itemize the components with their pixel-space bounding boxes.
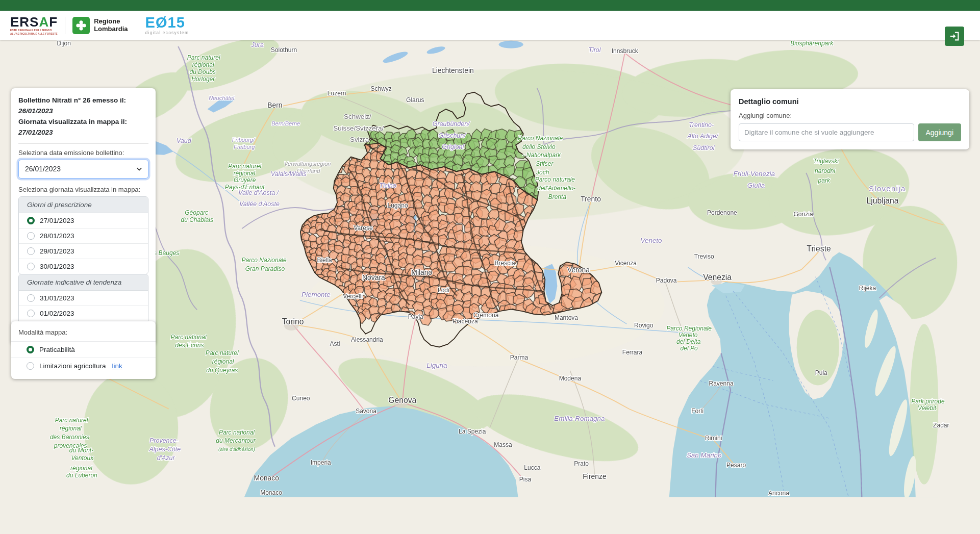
map-label: Asti bbox=[330, 340, 340, 347]
map-label: Tirol bbox=[588, 46, 601, 54]
map-label: Torino bbox=[282, 317, 304, 326]
map-label: Piemonte bbox=[301, 291, 331, 298]
map-label: Pisa bbox=[519, 476, 532, 483]
map-label: Géoparc bbox=[185, 209, 208, 216]
map-label: Park prirode bbox=[911, 398, 945, 405]
radio-icon[interactable] bbox=[27, 263, 35, 270]
comuni-title: Dettaglio comuni bbox=[739, 97, 961, 106]
map-label: Dijon bbox=[57, 40, 71, 47]
map-label: dell'Adamello- bbox=[537, 185, 575, 192]
map-label: Trento bbox=[581, 195, 601, 203]
map-label: Valais/Wallis bbox=[271, 170, 307, 177]
header: ERSAF ENTE REGIONALE PER I SERVIZI ALL'A… bbox=[0, 11, 980, 40]
map-label: du Queyras bbox=[206, 367, 238, 374]
map-label: Rovigo bbox=[634, 322, 654, 329]
map-label: Liechtenstein bbox=[432, 66, 474, 74]
date-option[interactable]: 29/01/2023 bbox=[19, 244, 148, 259]
map-label: Bern bbox=[267, 101, 282, 109]
map-label: Svizra bbox=[350, 136, 369, 143]
map-label: des Baronnies bbox=[50, 434, 89, 441]
map-label: Giulia bbox=[747, 182, 765, 189]
map-label: Horloger bbox=[191, 75, 215, 83]
map-label: Innsbruck bbox=[612, 47, 639, 55]
group1-header: Giorni di prescrizione bbox=[19, 197, 148, 213]
map-label: Brenta bbox=[548, 193, 567, 200]
header-divider bbox=[65, 17, 65, 34]
map-mode-option[interactable]: Praticabilità bbox=[11, 341, 156, 358]
map-label: Ticino bbox=[380, 182, 396, 189]
map-label: Venezia bbox=[703, 273, 732, 282]
day-list-label: Seleziona giornata visualizzata in mappa… bbox=[18, 186, 148, 193]
group2-header: Giornate indicative di tendenza bbox=[19, 274, 148, 291]
top-green-bar bbox=[0, 0, 980, 11]
login-button[interactable] bbox=[945, 27, 964, 46]
map-label: Monaco bbox=[254, 474, 280, 482]
date-option-label: 30/01/2023 bbox=[40, 263, 74, 270]
radio-icon[interactable] bbox=[27, 247, 35, 255]
limitazioni-link[interactable]: link bbox=[112, 362, 122, 370]
radio-icon[interactable] bbox=[27, 294, 35, 302]
map-label: (aire d'adhésion) bbox=[218, 446, 255, 452]
map-label: Biosphärenpark bbox=[790, 40, 834, 47]
map-label: Schweiz/ bbox=[344, 113, 371, 120]
login-icon bbox=[949, 31, 960, 42]
map-label: Schwyz bbox=[370, 85, 391, 92]
map-label: Lucca bbox=[524, 464, 540, 471]
map-label: Grigioni bbox=[442, 143, 464, 150]
divider bbox=[18, 143, 148, 144]
map-canvas[interactable]: DijonJuraSolothurnNeuchâtelBernBern/Bern… bbox=[0, 40, 980, 534]
map-label: Parco Nazionale bbox=[242, 257, 287, 264]
radio-icon[interactable] bbox=[27, 232, 35, 240]
map-label: Vallée d'Aoste bbox=[239, 200, 280, 208]
map-label: Parc naturel bbox=[55, 417, 88, 424]
date-option[interactable]: 31/01/2023 bbox=[19, 291, 148, 306]
ersaf-subtitle-2: ALL'AGRICOLTURA E ALLE FORESTE bbox=[10, 33, 58, 36]
map-label: Lodi bbox=[438, 287, 449, 294]
map-label: Friuli-Venezia bbox=[734, 170, 775, 177]
map-label: Gorizia bbox=[794, 211, 813, 218]
map-label: Neuchâtel bbox=[209, 95, 234, 101]
map-label: Modena bbox=[559, 375, 582, 382]
map-label: Vicenza bbox=[615, 260, 637, 267]
comune-search-input[interactable] bbox=[739, 123, 914, 141]
map-label: Parc naturel bbox=[187, 54, 220, 61]
map-label: Biella bbox=[317, 257, 332, 264]
mode-label: Modalità mappa: bbox=[11, 328, 156, 336]
map-label: Gruyère bbox=[234, 177, 256, 184]
map-label: Trieste bbox=[807, 244, 831, 253]
add-comune-button[interactable]: Aggiungi bbox=[918, 123, 962, 141]
map-mode-option[interactable]: Limitazioni agricolturalink bbox=[11, 358, 156, 374]
regione-lombardia-logo: RegioneLombardia bbox=[72, 17, 128, 34]
map-label: Trentino- bbox=[689, 121, 714, 129]
map-label: Graubünden/ bbox=[433, 120, 470, 128]
map-label: Emilia-Romagna bbox=[554, 415, 605, 422]
emission-date-select[interactable]: 26/01/2023 bbox=[18, 160, 148, 179]
radio-icon[interactable] bbox=[27, 362, 34, 370]
radio-selected-icon[interactable] bbox=[27, 346, 34, 353]
map-label: Brescia bbox=[495, 260, 515, 267]
map-label: del Delta bbox=[676, 338, 701, 345]
map-label: Milano bbox=[411, 268, 432, 276]
map-label: Padova bbox=[656, 277, 677, 284]
date-option[interactable]: 30/01/2023 bbox=[19, 259, 148, 274]
date-option[interactable]: 01/02/2023 bbox=[19, 306, 148, 321]
map-label: Firenze bbox=[583, 472, 607, 480]
date-option[interactable]: 28/01/2023 bbox=[19, 228, 148, 244]
map-mode-option-label: Praticabilità bbox=[39, 346, 75, 353]
radio-icon[interactable] bbox=[27, 310, 35, 317]
map-label: Forlì bbox=[691, 408, 703, 415]
map-label: Savona bbox=[356, 408, 376, 415]
map-label: Zadar bbox=[933, 422, 949, 429]
map-label: del Po bbox=[681, 345, 698, 352]
map-label: d'Azur bbox=[157, 454, 175, 462]
date-option[interactable]: 27/01/2023 bbox=[19, 213, 148, 228]
map-label: Rimini bbox=[705, 435, 722, 442]
map-label: du Mont- bbox=[69, 447, 93, 454]
map-label: Cuneo bbox=[292, 395, 310, 402]
map-label: du Doubs bbox=[190, 68, 216, 75]
map-label: Freiburg bbox=[234, 144, 255, 150]
map-label: Parco naturale bbox=[535, 176, 575, 183]
map-label: Massa bbox=[494, 441, 512, 448]
map-label: Treviso bbox=[694, 253, 714, 260]
radio-selected-icon[interactable] bbox=[27, 217, 35, 224]
